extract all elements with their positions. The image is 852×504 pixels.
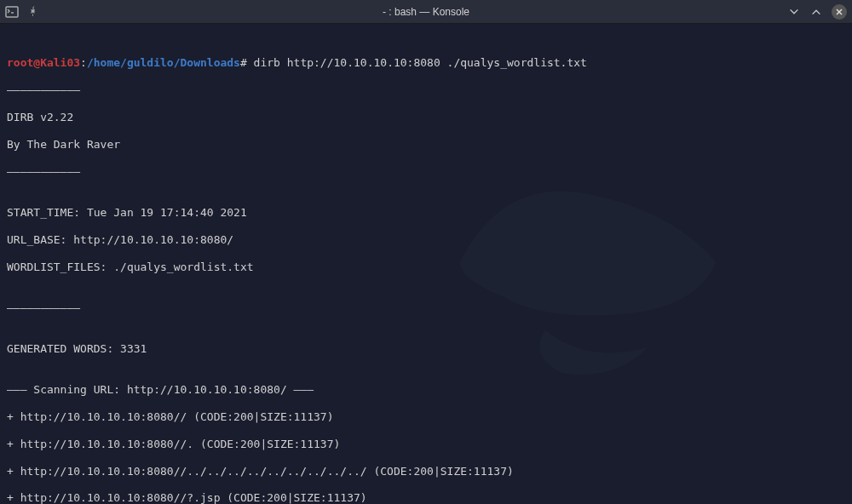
window-titlebar: - : bash — Konsole xyxy=(0,0,852,24)
prompt-user-host: root@Kali03 xyxy=(7,56,80,69)
output-line: + http://10.10.10.10:8080//../../../../.… xyxy=(7,465,845,478)
prompt-hash: # xyxy=(240,56,247,69)
pin-icon[interactable] xyxy=(26,5,39,19)
output-line: ——— Scanning URL: http://10.10.10.10:808… xyxy=(7,383,845,397)
titlebar-right xyxy=(787,4,847,20)
terminal-icon xyxy=(5,5,19,19)
output-line: By The Dark Raver xyxy=(7,138,845,152)
output-line: DIRB v2.22 xyxy=(7,111,845,124)
output-line: + http://10.10.10.10:8080//. (CODE:200|S… xyxy=(7,438,845,451)
prompt-colon: : xyxy=(80,56,87,69)
terminal-output[interactable]: root@Kali03:/home/guldilo/Downloads# dir… xyxy=(0,24,852,504)
output-line: URL_BASE: http://10.10.10.10:8080/ xyxy=(7,233,845,247)
command-text: dirb http://10.10.10.10:8080 ./qualys_wo… xyxy=(247,56,587,69)
output-line: ——————————— xyxy=(7,165,845,179)
output-line: ——————————— xyxy=(7,301,845,315)
output-line: WORDLIST_FILES: ./qualys_wordlist.txt xyxy=(7,261,845,274)
output-line: ——————————— xyxy=(7,83,845,97)
output-line: + http://10.10.10.10:8080//?.jsp (CODE:2… xyxy=(7,491,845,504)
maximize-button[interactable] xyxy=(809,5,823,19)
output-line: GENERATED WORDS: 3331 xyxy=(7,342,845,356)
output-line: START_TIME: Tue Jan 19 17:14:40 2021 xyxy=(7,206,845,220)
close-button[interactable] xyxy=(832,4,847,20)
minimize-button[interactable] xyxy=(787,5,801,19)
prompt-path: /home/guldilo/Downloads xyxy=(87,56,240,69)
output-line: + http://10.10.10.10:8080// (CODE:200|SI… xyxy=(7,410,845,424)
titlebar-left xyxy=(5,5,39,19)
window-title: - : bash — Konsole xyxy=(383,6,469,18)
prompt-line: root@Kali03:/home/guldilo/Downloads# dir… xyxy=(7,56,587,69)
